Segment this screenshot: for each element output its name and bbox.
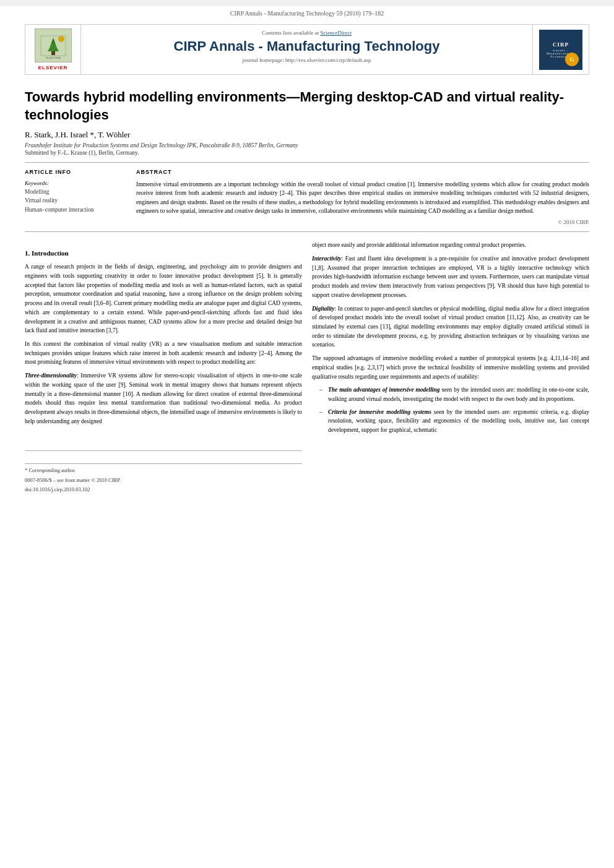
main-content: 1. Introduction A range of research proj… <box>25 241 589 495</box>
divider-1 <box>25 162 589 163</box>
cirp-logo-section: CIRP Annals – ManufacturingTechnology G <box>533 25 589 74</box>
keywords-label: Keywords: <box>25 180 124 186</box>
journal-citation: CIRP Annals - Manufacturing Technology 5… <box>230 10 384 17</box>
authors-text: R. Stark, J.H. Israel *, T. Wöhler <box>25 130 130 139</box>
footnote-doi: doi:10.1016/j.cirp.2010.03.102 <box>25 486 302 494</box>
footnote-divider <box>25 450 302 451</box>
supposed-para: The supposed advantages of immersive mod… <box>312 354 589 381</box>
bullet-item-1: – The main advantages of immersive model… <box>319 385 589 403</box>
bullet-text-2: Criteria for immersive modelling systems… <box>328 408 589 435</box>
interactivity-text: : Fast and fluent idea development is a … <box>312 256 589 298</box>
footnotes: * Corresponding author. 0007-8506/$ – se… <box>25 463 302 494</box>
elsevier-logo: ELSEVIER ELSEVIER <box>35 28 72 71</box>
article-affiliation: Fraunhofer Institute for Production Syst… <box>25 142 589 148</box>
journal-title-section: Contents lists available at ScienceDirec… <box>81 25 533 74</box>
svg-text:ELSEVIER: ELSEVIER <box>46 56 61 59</box>
bullet-text-1: The main advantages of immersive modelli… <box>328 385 589 403</box>
article-body: Towards hybrid modelling environments—Me… <box>0 88 614 495</box>
footnote-issn: 0007-8506/$ – see front matter © 2010 CI… <box>25 476 302 484</box>
bullet-item-2: – Criteria for immersive modelling syste… <box>319 408 589 435</box>
elsevier-text: ELSEVIER <box>35 65 72 71</box>
abstract-label: ABSTRACT <box>136 169 589 175</box>
object-para: object more easily and provide additiona… <box>312 241 589 250</box>
abstract-col: ABSTRACT Immersive virtual environments … <box>136 169 589 225</box>
intro-heading: 1. Introduction <box>25 248 302 259</box>
interactivity-heading: Interactivity <box>312 256 342 262</box>
bullet-dash-2: – <box>319 408 326 435</box>
right-column: object more easily and provide additiona… <box>312 241 589 495</box>
elsevier-logo-section: ELSEVIER ELSEVIER <box>25 25 81 74</box>
article-info-abstract-section: ARTICLE INFO Keywords: Modelling Virtual… <box>25 169 589 225</box>
article-info-label: ARTICLE INFO <box>25 169 124 175</box>
bullet1-italic: The main advantages of immersive modelli… <box>328 387 440 393</box>
keyword-1: Modelling <box>25 187 124 196</box>
interactivity-para: Interactivity: Fast and fluent idea deve… <box>312 254 589 300</box>
article-submitted: Submitted by F.-L. Krause (1), Berlin, G… <box>25 150 589 156</box>
three-dim-heading: Three-dimensionality <box>25 372 77 379</box>
page: CIRP Annals - Manufacturing Technology 5… <box>0 6 614 868</box>
intro-para-1: A range of research projects in the fiel… <box>25 262 302 335</box>
divider-2 <box>25 231 589 232</box>
keyword-2: Virtual reality <box>25 196 124 205</box>
footnotes-section: * Corresponding author. 0007-8506/$ – se… <box>25 450 302 494</box>
sciencedirect-link[interactable]: ScienceDirect <box>321 30 352 36</box>
journal-homepage: journal homepage: http://ees.elsevier.co… <box>87 57 526 63</box>
svg-point-4 <box>58 36 64 42</box>
sciencedirect-line: Contents lists available at ScienceDirec… <box>87 30 526 36</box>
cirp-logo: CIRP Annals – ManufacturingTechnology G <box>539 30 582 70</box>
digitality-heading: Digitality <box>312 306 334 312</box>
digitality-para: Digitality: In contrast to paper-and-pen… <box>312 304 589 350</box>
article-info-col: ARTICLE INFO Keywords: Modelling Virtual… <box>25 169 124 225</box>
elsevier-logo-image: ELSEVIER <box>35 28 72 62</box>
keyword-3: Human–computer interaction <box>25 205 124 214</box>
article-title: Towards hybrid modelling environments—Me… <box>25 88 589 124</box>
digitality-text: : In contrast to paper-and-pencil sketch… <box>312 306 589 348</box>
article-authors: R. Stark, J.H. Israel *, T. Wöhler <box>25 130 589 140</box>
bullet2-italic: Criteria for immersive modelling systems <box>328 409 431 415</box>
journal-title: CIRP Annals - Manufacturing Technology <box>87 38 526 54</box>
three-dim-para: Three-dimensionality: Immersive VR syste… <box>25 371 302 426</box>
bullet-dash-1: – <box>319 385 326 403</box>
journal-header: ELSEVIER ELSEVIER Contents lists availab… <box>25 24 589 75</box>
copyright-line: © 2010 CIRP. <box>136 219 589 225</box>
keywords-list: Modelling Virtual reality Human–computer… <box>25 187 124 214</box>
top-bar: CIRP Annals - Manufacturing Technology 5… <box>0 6 614 19</box>
left-column: 1. Introduction A range of research proj… <box>25 241 302 495</box>
footnote-corresponding: * Corresponding author. <box>25 466 302 475</box>
intro-para-2: In this context the combination of virtu… <box>25 340 302 367</box>
three-dim-text: : Immersive VR systems allow for stereo-… <box>25 372 302 424</box>
abstract-text: Immersive virtual environments are a imp… <box>136 180 589 215</box>
